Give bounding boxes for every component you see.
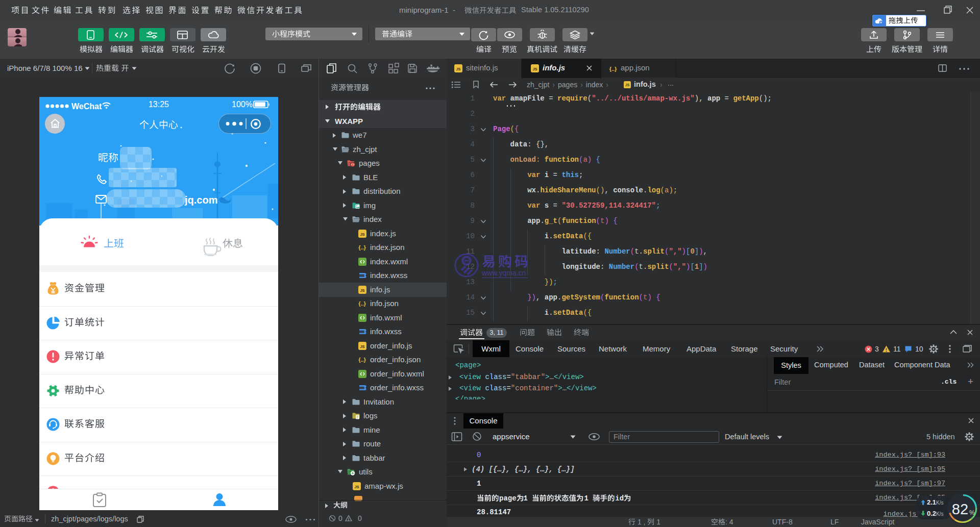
svg-text:{..}: {..} — [358, 357, 366, 363]
svg-text:JS: JS — [532, 67, 537, 71]
svg-text:%: % — [969, 509, 975, 516]
svg-text:{..}: {..} — [358, 300, 366, 307]
svg-text:JS: JS — [360, 344, 364, 348]
svg-text:{..}: {..} — [358, 244, 366, 250]
svg-text:82: 82 — [952, 501, 968, 517]
svg-text:JS: JS — [456, 67, 460, 71]
svg-text:JS: JS — [354, 484, 359, 489]
svg-text:JS: JS — [360, 288, 364, 292]
svg-text:{..}: {..} — [609, 66, 617, 72]
svg-text:JS: JS — [360, 232, 364, 236]
svg-text:JS: JS — [625, 83, 630, 87]
